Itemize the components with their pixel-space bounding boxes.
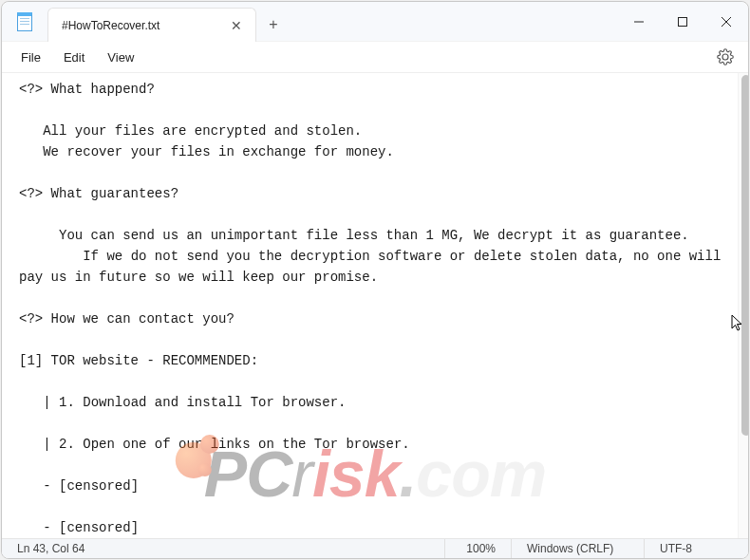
- maximize-icon: [677, 16, 688, 28]
- menu-view[interactable]: View: [96, 45, 145, 70]
- new-tab-button[interactable]: +: [256, 8, 291, 41]
- tab-title: #HowToRecover.txt: [62, 19, 229, 32]
- menu-file[interactable]: File: [9, 45, 52, 70]
- notepad-window: #HowToRecover.txt ✕ + File Edit View: [1, 1, 749, 559]
- close-button[interactable]: [704, 2, 748, 41]
- content-area: <?> What happend? All your files are enc…: [2, 73, 748, 538]
- scroll-thumb[interactable]: [741, 75, 748, 436]
- vertical-scrollbar[interactable]: [738, 73, 748, 538]
- status-line-col: Ln 43, Col 64: [2, 539, 444, 558]
- close-window-icon: [721, 16, 732, 28]
- gear-icon: [717, 48, 734, 65]
- statusbar: Ln 43, Col 64 100% Windows (CRLF) UTF-8: [2, 538, 748, 558]
- status-zoom[interactable]: 100%: [444, 539, 511, 558]
- tab-active[interactable]: #HowToRecover.txt ✕: [47, 8, 256, 42]
- close-icon[interactable]: ✕: [229, 18, 244, 33]
- settings-button[interactable]: [710, 42, 741, 72]
- window-controls: [617, 2, 748, 41]
- minimize-button[interactable]: [617, 2, 661, 41]
- maximize-button[interactable]: [661, 2, 704, 41]
- svg-rect-1: [679, 17, 687, 26]
- status-encoding: UTF-8: [644, 539, 748, 558]
- titlebar-spacer: [291, 2, 617, 41]
- titlebar: #HowToRecover.txt ✕ +: [2, 2, 748, 42]
- app-icon: [2, 2, 47, 41]
- text-editor[interactable]: <?> What happend? All your files are enc…: [2, 73, 738, 538]
- notepad-icon: [17, 12, 32, 31]
- minimize-icon: [633, 16, 645, 28]
- menubar: File Edit View: [2, 42, 748, 73]
- menu-edit[interactable]: Edit: [52, 45, 96, 70]
- status-line-ending: Windows (CRLF): [511, 539, 644, 558]
